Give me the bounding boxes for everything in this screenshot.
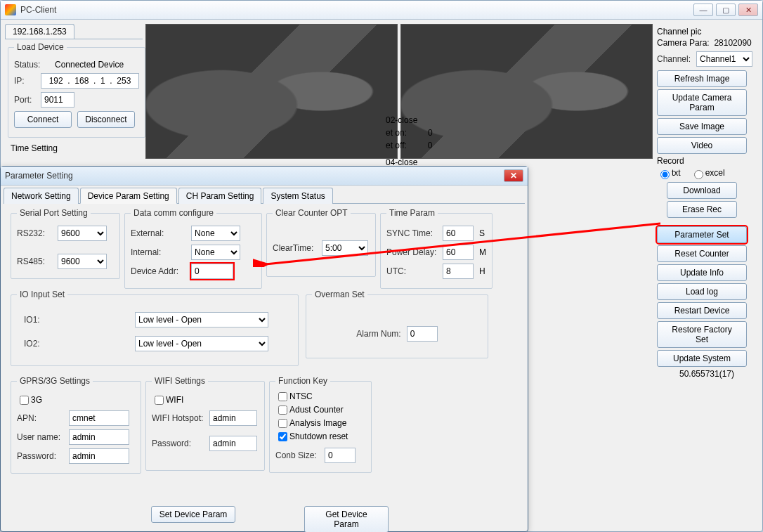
restart-device-button[interactable]: Restart Device	[657, 302, 747, 319]
download-button[interactable]: Download	[667, 182, 737, 199]
set-off-2: et off:	[386, 141, 407, 150]
excel-radio[interactable]: excel	[691, 168, 725, 179]
shutdown-reset-checkbox[interactable]: Shutdown reset	[275, 432, 348, 441]
wifi-pass-label: Password:	[152, 439, 204, 448]
rs232-select[interactable]: 9600	[58, 226, 107, 241]
wifi-hotspot-input[interactable]	[209, 410, 257, 426]
utc-input[interactable]	[443, 264, 474, 279]
internal-select[interactable]: None	[191, 245, 240, 260]
alarm-num-input[interactable]	[407, 326, 438, 342]
alarm-num-label: Alarm Num:	[356, 329, 400, 339]
connect-button[interactable]: Connect	[14, 111, 72, 128]
update-info-button[interactable]: Update Info	[657, 264, 747, 281]
load-device-group: Load Device Status: Connected Device IP:…	[8, 42, 145, 138]
video-pane-left[interactable]	[145, 24, 398, 159]
camera-para-value: 28102090	[714, 38, 751, 48]
save-image-button[interactable]: Save Image	[657, 118, 747, 135]
g3-checkbox[interactable]: 3G	[17, 394, 42, 407]
app-title: PC-Client	[20, 5, 693, 15]
ip-tab[interactable]: 192.168.1.253	[5, 24, 74, 39]
channel-label: Channel:	[657, 54, 691, 64]
dialog-tabs: Network Setting Device Param Setting CH …	[4, 187, 525, 204]
apn-label: APN:	[17, 413, 63, 423]
cleartime-label: ClearTime:	[273, 243, 316, 253]
wifi-group: WIFI Settings WIFI WIFI Hotspot: Passwor…	[145, 376, 265, 471]
gprs-user-input[interactable]	[69, 429, 129, 445]
txt-radio[interactable]: txt	[657, 168, 681, 179]
device-addr-input[interactable]	[191, 264, 233, 279]
io2-label: IO2:	[24, 339, 66, 349]
port-label: Port:	[14, 95, 35, 105]
rs485-select[interactable]: 9600	[58, 254, 107, 269]
io-input-group: IO Input Set IO1: Low level - Open IO2: …	[11, 290, 299, 366]
time-param-group: Time Param SYNC Time: S Power Delay: M U…	[380, 208, 493, 289]
data-comm-group: Data comm configure External: None Inter…	[124, 208, 262, 289]
ntsc-checkbox[interactable]: NTSC	[275, 391, 313, 401]
power-delay-input[interactable]	[443, 245, 474, 260]
external-label: External:	[131, 228, 185, 238]
status-value: Connected Device	[55, 60, 124, 70]
ip-input[interactable]	[41, 73, 139, 89]
analysis-image-checkbox[interactable]: Analysis Image	[275, 418, 346, 428]
close-button[interactable]: ✕	[738, 4, 758, 16]
io1-select[interactable]: Low level - Open	[135, 312, 268, 327]
dialog-titlebar: Parameter Setting ✕	[1, 167, 528, 186]
tab-system-status[interactable]: System Status	[263, 188, 332, 204]
video-button[interactable]: Video	[657, 137, 747, 154]
wifi-checkbox[interactable]: WIFI	[152, 394, 183, 407]
conb-size-label: Conb Size:	[275, 450, 319, 460]
load-device-legend: Load Device	[14, 42, 67, 52]
sync-time-input[interactable]	[443, 226, 474, 241]
wifi-hotspot-label: WIFI Hotspot:	[152, 413, 204, 423]
overman-group: Overman Set Alarm Num:	[306, 290, 488, 358]
tab-device-param-setting[interactable]: Device Param Setting	[80, 188, 177, 204]
io2-select[interactable]: Low level - Open	[135, 336, 268, 351]
rs485-label: RS485:	[17, 257, 52, 266]
dialog-title: Parameter Setting	[5, 171, 504, 181]
tab-ch-param-setting[interactable]: CH Param Setting	[178, 188, 262, 204]
gprs-user-label: User name:	[17, 432, 63, 442]
refresh-image-button[interactable]: Refresh Image	[657, 70, 747, 87]
gprs-pass-input[interactable]	[69, 448, 129, 464]
port-input[interactable]	[41, 92, 74, 108]
channel-pic-label: Channel pic	[657, 27, 757, 37]
erase-rec-button[interactable]: Erase Rec	[667, 201, 737, 218]
record-label: Record	[657, 156, 757, 166]
apn-input[interactable]	[69, 410, 129, 426]
sync-time-label: SYNC Time:	[386, 228, 437, 238]
ch2-label: 02-close	[386, 115, 498, 125]
right-panel: Channel pic Camera Para: 28102090 Channe…	[654, 22, 759, 526]
wifi-pass-input[interactable]	[209, 436, 257, 451]
disconnect-button[interactable]: Disconnect	[77, 111, 135, 128]
dialog-close-button[interactable]: ✕	[504, 169, 523, 182]
gprs-pass-label: Password:	[17, 451, 63, 461]
parameter-set-button[interactable]: Parameter Set	[657, 226, 747, 243]
internal-label: Internal:	[131, 247, 185, 257]
load-log-button[interactable]: Load log	[657, 283, 747, 300]
maximize-button[interactable]: ▢	[716, 4, 736, 16]
adust-counter-checkbox[interactable]: Adust Counter	[275, 405, 344, 415]
camera-para-label: Camera Para:	[657, 38, 710, 48]
gprs-group: GPRS/3G Settings 3G APN: User name: Pass…	[11, 376, 141, 474]
update-system-button[interactable]: Update System	[657, 350, 747, 367]
function-key-group: Function Key NTSC Adust Counter Analysis…	[269, 376, 372, 473]
tab-network-setting[interactable]: Network Setting	[4, 188, 79, 204]
set-device-param-button[interactable]: Set Device Param	[151, 506, 235, 523]
version-label: 50.655731(17)	[657, 369, 757, 379]
channel-select[interactable]: Channel1	[696, 51, 752, 67]
external-select[interactable]: None	[191, 226, 240, 241]
minimize-button[interactable]: —	[693, 4, 713, 16]
io1-label: IO1:	[24, 315, 66, 325]
conb-size-input[interactable]	[325, 448, 356, 463]
utc-label: UTC:	[386, 266, 437, 276]
reset-counter-button[interactable]: Reset Counter	[657, 245, 747, 262]
serial-port-group: Serial Port Setting RS232: 9600 RS485: 9…	[11, 208, 120, 279]
time-setting-label: Time Setting	[5, 141, 143, 156]
restore-factory-button[interactable]: Restore Factory Set	[657, 321, 747, 348]
get-device-param-button[interactable]: Get Device Param	[304, 506, 389, 532]
update-camera-param-button[interactable]: Update Camera Param	[657, 89, 747, 116]
ip-label: IP:	[14, 76, 35, 86]
main-titlebar: PC-Client — ▢ ✕	[1, 1, 762, 20]
device-addr-label: Device Addr:	[131, 266, 185, 276]
cleartime-select[interactable]: 5:00	[322, 240, 368, 256]
